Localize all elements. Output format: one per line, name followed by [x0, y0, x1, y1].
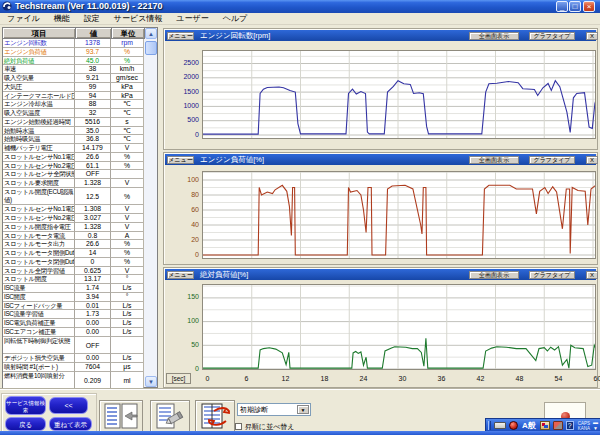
close-button[interactable]: ×: [583, 1, 595, 12]
chart-menu-button[interactable]: メニュー: [167, 271, 194, 280]
table-row[interactable]: ISC流量1.74L/s: [3, 284, 144, 293]
table-row[interactable]: 吸入空気温度32℃: [3, 109, 144, 118]
menu-item-0[interactable]: ファイル: [0, 13, 47, 25]
table-row[interactable]: スロットル開度指令電圧1.328V: [3, 223, 144, 232]
table-row[interactable]: ISC流量学習値1.73L/s: [3, 310, 144, 319]
cell-value: 0.00: [75, 319, 111, 328]
menu-item-4[interactable]: ユーザー: [169, 13, 215, 25]
cell-unit: ℃: [111, 135, 144, 144]
column-header-item[interactable]: 項目: [3, 28, 76, 39]
table-row[interactable]: 吸入空気量9.21gm/sec: [3, 74, 144, 83]
overlay-display-button[interactable]: 重ねて表示: [49, 417, 92, 431]
table-row[interactable]: エンジン始動後経過時間5516s: [3, 118, 144, 127]
chart-series-0: [203, 51, 595, 138]
column-header-value[interactable]: 値: [76, 28, 112, 39]
ime-mode-label[interactable]: A般: [522, 420, 536, 431]
x-axis-tick-label: 0: [206, 374, 210, 383]
sort-refresh-button[interactable]: [195, 400, 235, 432]
table-scrollbar[interactable]: ▲ ▼: [143, 28, 157, 387]
chart-fullscreen-button[interactable]: 全画面表示: [469, 156, 519, 165]
chart-graphtype-button[interactable]: グラフタイプ: [529, 156, 575, 165]
table-row[interactable]: ISCフィードバック量0.01L/s: [3, 302, 144, 311]
table-row[interactable]: 絶対負荷値45.0%: [3, 57, 144, 66]
sort-ascending-checkbox[interactable]: [235, 423, 242, 430]
collapse-button[interactable]: <<: [49, 397, 88, 414]
x-axis-tick-label: 60: [594, 374, 600, 383]
table-row[interactable]: スロットル開度13.17°: [3, 275, 144, 284]
chart-graphtype-button[interactable]: グラフタイプ: [529, 271, 575, 280]
diagnosis-mode-dropdown[interactable]: 初期診断 ▼: [237, 403, 311, 416]
table-row[interactable]: スロットルモータ閉側Duty比0%: [3, 258, 144, 267]
table-row[interactable]: スロットルモータ開側Duty比14%: [3, 249, 144, 258]
table-row[interactable]: エンジン負荷値93.7%: [3, 48, 144, 57]
table-row[interactable]: 車速38km/h: [3, 65, 144, 74]
table-row[interactable]: 噴射時間 #1(ポート)7604μs: [3, 363, 144, 372]
table-row[interactable]: 回転低下時制御判定状態OFF: [3, 337, 144, 355]
table-row[interactable]: スロットルセンサ全閉状態OFF: [3, 170, 144, 179]
cell-value: 3.94: [75, 293, 111, 302]
table-row[interactable]: エンジン回転数1378rpm: [3, 39, 144, 48]
ime-help-icon[interactable]: ?: [566, 421, 574, 430]
table-row[interactable]: スロットルモータ電流0.8A: [3, 232, 144, 241]
datalist-compare-button[interactable]: [99, 400, 143, 432]
ime-minimize-controls[interactable]: ▬ ▼: [593, 420, 598, 431]
record-edit-button[interactable]: [150, 400, 190, 432]
scrollbar-thumb[interactable]: [145, 41, 157, 55]
ime-dictionary-icon[interactable]: [540, 421, 550, 430]
maximize-button[interactable]: □: [569, 1, 581, 12]
table-row[interactable]: スロットル全閉学習値0.625V: [3, 267, 144, 276]
cell-item: 回転低下時制御判定状態: [3, 337, 75, 355]
back-button[interactable]: 戻る: [5, 417, 46, 431]
table-row[interactable]: 始動時水温35.0℃: [3, 127, 144, 136]
ime-tools-icon[interactable]: [553, 421, 563, 430]
table-row[interactable]: スロットル要求開度1.328V: [3, 179, 144, 188]
ime-logo-icon[interactable]: [509, 421, 518, 430]
chart-menu-button[interactable]: メニュー: [167, 156, 194, 165]
dropdown-arrow-icon[interactable]: ▼: [297, 405, 309, 414]
scroll-up-button[interactable]: ▲: [145, 28, 157, 39]
table-row[interactable]: 燃料消費量10回噴射分0.209ml: [3, 372, 144, 390]
menu-item-3[interactable]: サービス情報: [107, 13, 170, 25]
x-axis-tick-label: 42: [477, 374, 485, 383]
menu-item-2[interactable]: 設定: [77, 13, 107, 25]
chart-fullscreen-button[interactable]: 全画面表示: [469, 271, 519, 280]
table-row[interactable]: 補機バッテリ電圧14.179V: [3, 144, 144, 153]
table-row[interactable]: デポジット損失空気量0.00L/s: [3, 354, 144, 363]
scroll-down-button[interactable]: ▼: [145, 376, 157, 387]
chart-fullscreen-button[interactable]: 全画面表示: [469, 32, 519, 41]
kana-indicator[interactable]: KANA: [578, 426, 590, 431]
table-row[interactable]: 始動時吸気温36.8℃: [3, 135, 144, 144]
table-row[interactable]: エンジン冷却水温88℃: [3, 100, 144, 109]
cell-unit: °: [111, 293, 144, 302]
cell-unit: [111, 170, 144, 179]
table-row[interactable]: スロットルセンサNo.2電圧比61.1%: [3, 162, 144, 171]
x-axis-tick-label: 36: [438, 374, 446, 383]
table-row[interactable]: スロットルセンサNo.2電圧3.027V: [3, 214, 144, 223]
minimize-button[interactable]: _: [556, 1, 568, 12]
chart-close-button[interactable]: X: [586, 271, 598, 280]
table-row[interactable]: スロットルセンサNo.1電圧1.308V: [3, 205, 144, 214]
cell-item: 吸入空気量: [3, 74, 75, 83]
table-row[interactable]: ISCエアコン補正量0.00L/s: [3, 328, 144, 337]
chart-close-button[interactable]: X: [586, 156, 598, 165]
column-header-unit[interactable]: 単位: [112, 28, 145, 39]
keyboard-icon[interactable]: [494, 422, 506, 429]
menu-item-5[interactable]: ヘルプ: [216, 13, 255, 25]
menu-item-1[interactable]: 機能: [47, 13, 77, 25]
table-row[interactable]: スロットルモータ出力26.6%: [3, 240, 144, 249]
cell-value: 12.5: [75, 188, 111, 206]
table-row[interactable]: スロットルセンサNo.1電圧比26.6%: [3, 153, 144, 162]
table-row[interactable]: ISC開度3.94°: [3, 293, 144, 302]
table-row[interactable]: ISC電気負荷補正量0.00L/s: [3, 319, 144, 328]
chart-graphtype-button[interactable]: グラフタイプ: [529, 32, 575, 41]
cell-item: 噴射時間 #1(ポート): [3, 363, 75, 372]
cell-item: スロットルセンサ全閉状態: [3, 170, 75, 179]
table-row[interactable]: 大気圧99kPa: [3, 83, 144, 92]
ime-gripper[interactable]: [488, 421, 491, 430]
service-info-search-button[interactable]: サービス情報検索: [5, 396, 46, 415]
table-row[interactable]: インテークマニホールド圧94kPa: [3, 92, 144, 101]
taskbar-edge[interactable]: [0, 431, 600, 435]
chart-close-button[interactable]: X: [586, 32, 598, 41]
table-row[interactable]: スロットル開度(ECU認識値)12.5%: [3, 188, 144, 206]
chart-menu-button[interactable]: メニュー: [167, 32, 194, 41]
